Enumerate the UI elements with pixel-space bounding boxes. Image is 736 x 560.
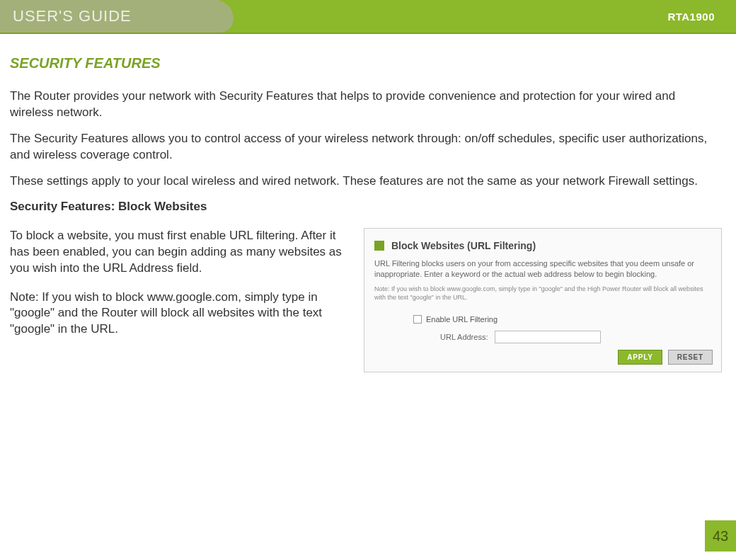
block-desc-note: Note: If you wish to block www.google.co… (10, 290, 350, 338)
panel-title: Block Websites (URL Filtering) (391, 240, 536, 251)
block-desc-1: To block a website, you must first enabl… (10, 228, 350, 277)
intro-paragraph-2: The Security Features allows you to cont… (10, 131, 722, 164)
panel-form: Enable URL Filtering URL Address: (374, 315, 711, 343)
panel-note: Note: If you wish to block www.google.co… (374, 285, 711, 302)
header-bar: USER'S GUIDE RTA1900 (0, 0, 736, 34)
subheading-block-websites: Security Features: Block Websites (10, 200, 722, 214)
header-model: RTA1900 (667, 11, 715, 23)
section-title: SECURITY FEATURES (10, 55, 722, 72)
panel-buttons: APPLY RESET (618, 350, 713, 365)
page-content: SECURITY FEATURES The Router provides yo… (0, 34, 736, 372)
url-address-row: URL Address: (413, 331, 711, 343)
url-filtering-panel: Block Websites (URL Filtering) URL Filte… (364, 228, 722, 372)
panel-description: URL Filtering blocks users on your from … (374, 258, 711, 280)
enable-filtering-checkbox[interactable] (413, 315, 422, 324)
header-tab: USER'S GUIDE (0, 0, 219, 33)
url-address-input[interactable] (495, 331, 601, 343)
enable-filtering-row[interactable]: Enable URL Filtering (413, 315, 711, 324)
enable-filtering-label: Enable URL Filtering (426, 315, 498, 324)
left-column: To block a website, you must first enabl… (10, 228, 350, 351)
two-column-layout: To block a website, you must first enabl… (10, 228, 722, 372)
panel-square-icon (374, 241, 384, 251)
url-address-label: URL Address: (440, 333, 488, 341)
panel-title-row: Block Websites (URL Filtering) (374, 240, 711, 251)
header-title: USER'S GUIDE (13, 7, 132, 25)
intro-paragraph-1: The Router provides your network with Se… (10, 88, 722, 121)
page-number: 43 (705, 520, 736, 552)
reset-button[interactable]: RESET (668, 350, 713, 365)
apply-button[interactable]: APPLY (618, 350, 662, 365)
intro-paragraph-3: These settings apply to your local wirel… (10, 173, 722, 190)
